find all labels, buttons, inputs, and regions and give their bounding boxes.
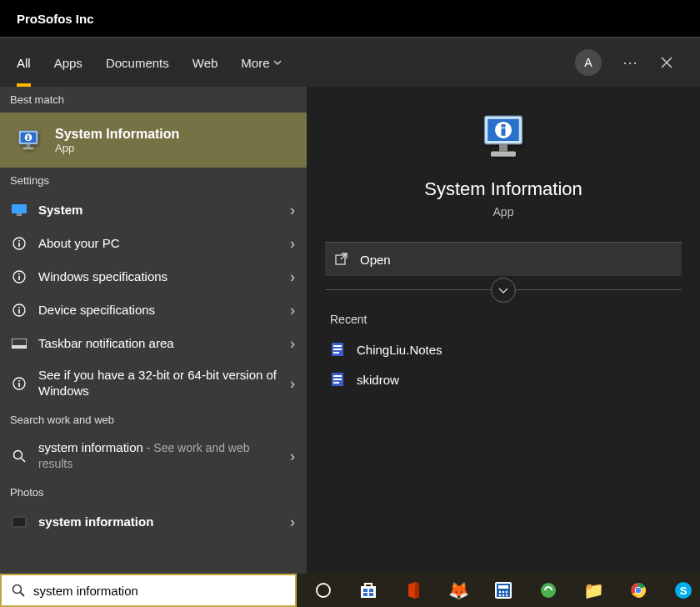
taskbar-file-explorer[interactable]: 📁 [577,574,610,607]
svg-point-54 [499,591,502,594]
svg-rect-11 [18,240,20,242]
search-tab-bar: All Apps Documents Web More A ⋯ [0,37,700,87]
settings-item-system[interactable]: System › [0,193,307,227]
svg-rect-37 [333,349,342,350]
settings-item-windows-specifications[interactable]: Windows specifications › [0,260,307,293]
svg-point-60 [541,583,556,598]
svg-rect-49 [363,593,368,596]
results-panel: Best match System Information App Settin… [0,87,307,574]
svg-rect-19 [12,345,27,349]
tab-all[interactable]: All [17,38,31,87]
taskbar-office[interactable] [397,574,430,607]
svg-point-58 [502,594,505,597]
user-avatar[interactable]: A [575,49,602,76]
chevron-right-icon: › [290,268,295,286]
svg-line-24 [22,459,26,463]
monitor-icon [12,204,27,216]
photos-item[interactable]: system information › [0,505,307,539]
best-match-item[interactable]: System Information App [0,113,307,168]
tab-documents[interactable]: Documents [106,38,169,87]
settings-item-about-your-pc[interactable]: About your PC › [0,227,307,260]
svg-rect-47 [363,589,368,592]
chevron-down-icon [273,58,282,67]
recent-item-label: ChingLiu.Notes [357,343,442,357]
recent-label: Recent [330,313,677,326]
svg-rect-22 [18,380,20,382]
open-button[interactable]: Open [325,243,682,276]
taskbar-chrome[interactable] [622,574,655,607]
svg-rect-6 [23,148,34,150]
svg-point-56 [506,591,508,594]
settings-item-label: See if you have a 32-bit or 64-bit versi… [38,368,278,399]
photo-thumbnail-icon [12,516,27,528]
settings-item-device-specifications[interactable]: Device specifications › [0,293,307,327]
svg-rect-4 [28,138,30,140]
info-icon [12,304,27,317]
chevron-right-icon: › [290,235,295,253]
taskbar-app-green[interactable] [532,574,565,607]
info-icon [12,237,27,250]
search-input[interactable] [33,584,285,598]
document-icon [330,372,345,387]
taskbar-calculator[interactable] [487,574,520,607]
settings-item-32-64-bit[interactable]: See if you have a 32-bit or 64-bit versi… [0,360,307,407]
folder-icon: 📁 [583,582,604,599]
svg-rect-26 [13,518,25,526]
tab-web[interactable]: Web [192,38,218,87]
svg-rect-8 [17,213,22,216]
open-label: Open [360,253,391,267]
recent-item[interactable]: skidrow [307,364,700,394]
svg-text:S: S [680,584,688,597]
system-information-icon [15,127,42,153]
svg-rect-17 [18,307,20,309]
tab-apps[interactable]: Apps [54,38,82,87]
work-web-item[interactable]: system information - See work and web re… [0,433,307,479]
section-work-and-web: Search work and web [0,407,307,433]
settings-item-label: Device specifications [38,303,278,319]
chevron-down-icon [498,284,509,296]
green-circle-icon [540,582,557,599]
section-settings: Settings [0,168,307,193]
cortana-icon [315,582,332,599]
options-button[interactable]: ⋯ [617,53,643,72]
info-icon [12,270,27,283]
taskbar-cortana[interactable] [307,574,340,607]
recent-item[interactable]: ChingLiu.Notes [307,334,700,364]
svg-rect-5 [27,144,31,148]
svg-rect-14 [18,273,20,275]
firefox-icon: 🦊 [448,582,469,599]
svg-point-59 [506,594,508,597]
tab-more[interactable]: More [241,38,281,87]
settings-item-taskbar-notification[interactable]: Taskbar notification area › [0,327,307,360]
work-web-text: system information - See work and web re… [38,440,278,472]
svg-rect-38 [333,352,339,354]
close-button[interactable] [650,57,683,68]
chrome-icon [630,582,647,599]
settings-item-label: Taskbar notification area [38,336,278,352]
title-bar: ProSofos Inc [0,0,700,37]
svg-rect-33 [491,152,516,157]
svg-rect-50 [369,593,373,596]
svg-rect-3 [28,135,30,137]
best-match-title: System Information [55,127,179,142]
document-icon [330,342,345,357]
taskbar-store[interactable] [352,574,385,607]
skype-icon: S [674,581,692,599]
svg-point-55 [502,591,505,594]
preview-app-icon [307,112,700,162]
chevron-right-icon: › [290,375,295,393]
taskbar-search-box[interactable] [0,574,297,607]
taskbar-skype[interactable]: S [667,574,700,607]
search-icon [12,584,25,597]
preview-subtitle: App [307,205,700,218]
taskbar-firefox[interactable]: 🦊 [442,574,475,607]
svg-point-63 [636,588,641,593]
best-match-subtitle: App [55,142,179,154]
svg-rect-32 [499,144,508,152]
svg-rect-21 [18,383,20,387]
svg-rect-41 [333,379,342,380]
expand-button[interactable] [491,278,516,303]
store-icon [359,581,378,599]
svg-line-44 [21,593,25,597]
calculator-icon [494,581,512,599]
